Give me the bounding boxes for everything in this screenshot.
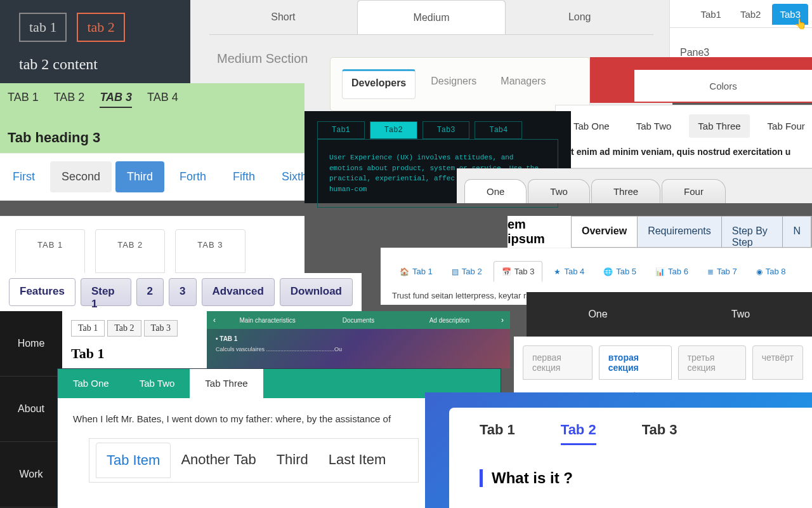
tab-advanced[interactable]: Advanced xyxy=(202,278,275,306)
tab-four[interactable]: Tab Four xyxy=(759,114,812,138)
tab-three[interactable]: Three xyxy=(591,179,660,203)
tab-4[interactable]: Tab4 xyxy=(475,121,522,139)
tab-7[interactable]: ≣Tab 7 xyxy=(700,261,745,282)
tab-2[interactable]: Tab 2 xyxy=(561,422,596,445)
tab-section4[interactable]: четвёрт xyxy=(752,345,803,380)
tab-2[interactable]: TAB 2 xyxy=(54,91,85,108)
tab-3[interactable]: 📅Tab 3 xyxy=(494,261,543,282)
tab-managers[interactable]: Managers xyxy=(492,69,554,99)
arrow-right-icon[interactable]: › xyxy=(495,316,510,324)
tab-one[interactable]: One xyxy=(527,292,669,337)
tab-overview[interactable]: Overview xyxy=(572,217,638,247)
tab-ad[interactable]: Ad description xyxy=(404,317,495,324)
tab-stepbystep[interactable]: Step By Step xyxy=(722,217,783,247)
sidebar-item-about[interactable]: About xyxy=(0,377,62,442)
star-icon: ★ xyxy=(554,267,561,276)
tab-favorites[interactable]: Favor... xyxy=(774,83,806,93)
tab-row: Tab 1 Tab 2 Tab 3 xyxy=(480,422,794,445)
tab-heading: Tab 1 xyxy=(71,345,198,362)
tab-long[interactable]: Long xyxy=(506,0,653,34)
tab-four[interactable]: Four xyxy=(662,179,726,203)
tab-2[interactable]: Tab2 xyxy=(733,4,769,25)
tab-heading: Tab heading 3 xyxy=(8,130,297,146)
tab-1[interactable]: 🏠Tab 1 xyxy=(392,261,440,282)
tab-features[interactable]: Features xyxy=(9,278,75,306)
tab-3[interactable]: Tab 3 xyxy=(642,422,678,445)
tab-fifth[interactable]: Fifth xyxy=(221,161,266,192)
tab-2[interactable]: TAB 2 xyxy=(95,229,165,273)
tab-last[interactable]: Last Item xyxy=(318,443,396,478)
tab-download[interactable]: Download xyxy=(280,278,353,306)
tab-row: 🏠Tab 1 ▤Tab 2 📅Tab 3 ★Tab 4 🌐Tab 5 📊Tab … xyxy=(392,261,801,282)
tab-3[interactable]: Tab 3 xyxy=(144,320,178,337)
panel-gradient-tabs: ‹ Main characteristics Documents Ad desc… xyxy=(207,311,510,368)
tab-short[interactable]: Short xyxy=(209,0,357,34)
tab-three[interactable]: Tab Three xyxy=(689,114,749,138)
tab-developers[interactable]: Developers xyxy=(342,69,416,99)
panel-ordinal-pills: First Second Third Forth Fifth Sixth xyxy=(0,153,304,201)
cursor-icon: 👆 xyxy=(794,18,807,30)
tab-3[interactable]: Tab3👆 xyxy=(772,4,808,25)
home-icon: 🏠 xyxy=(400,267,409,276)
tab-documents[interactable]: Documents xyxy=(313,317,403,324)
tab-forth[interactable]: Forth xyxy=(168,161,218,192)
tab-step2[interactable]: 2 xyxy=(136,278,164,306)
tab-step3[interactable]: 3 xyxy=(169,278,196,306)
tab-one[interactable]: Tab One xyxy=(565,114,619,138)
tab-one[interactable]: One xyxy=(464,179,527,203)
panel-dark-one-two: One Two xyxy=(527,292,812,337)
tab-third[interactable]: Third xyxy=(266,443,318,478)
tab-n[interactable]: N xyxy=(783,217,811,247)
tab-1[interactable]: TAB 1 xyxy=(8,91,39,108)
tab-another[interactable]: Another Tab xyxy=(171,443,266,478)
tab-1[interactable]: Tab 1 xyxy=(71,320,105,337)
tab-2[interactable]: tab 2 xyxy=(77,13,124,42)
tab-3[interactable]: TAB 3 xyxy=(100,91,132,108)
tab-row: Short Medium Long xyxy=(209,0,653,35)
tab-1[interactable]: Tab1 xyxy=(693,4,729,25)
tab-2[interactable]: Tab 2 xyxy=(107,320,141,337)
sidebar-item-work[interactable]: Work xyxy=(0,442,62,507)
tab-section3[interactable]: третья секция xyxy=(678,345,746,380)
tab-8[interactable]: ◉Tab 8 xyxy=(749,261,794,282)
tab-two[interactable]: Two xyxy=(528,179,590,203)
tab-third[interactable]: Third xyxy=(115,161,164,192)
tab-section1[interactable]: первая секция xyxy=(523,345,593,380)
tab-step1[interactable]: Step 1 xyxy=(81,278,131,306)
tab-two[interactable]: Two xyxy=(669,292,812,337)
tab-1[interactable]: Tab 1 xyxy=(480,422,515,445)
chart-icon: 📊 xyxy=(655,267,665,276)
tab-two[interactable]: Tab Two xyxy=(124,369,190,398)
tab-1[interactable]: TAB 1 xyxy=(15,229,85,273)
tab-three[interactable]: Tab Three xyxy=(190,369,263,398)
tab-first[interactable]: First xyxy=(1,161,46,192)
tab-row: Tab1 Tab2 Tab3 Tab4 xyxy=(317,121,558,139)
tab-row: TAB 1 TAB 2 TAB 3 TAB 4 xyxy=(8,91,297,108)
tab-2[interactable]: ▤Tab 2 xyxy=(444,261,490,282)
tab-medium[interactable]: Medium xyxy=(357,0,506,34)
tab-designers[interactable]: Designers xyxy=(422,69,485,99)
sidebar-item-home[interactable]: Home xyxy=(0,311,62,377)
tab-5[interactable]: 🌐Tab 5 xyxy=(596,261,644,282)
tab-label: Tab 1 xyxy=(412,267,433,276)
tab-item[interactable]: Tab Item xyxy=(96,443,171,478)
tab-row: tab 1 tab 2 xyxy=(19,13,171,42)
tab-3[interactable]: Tab3 xyxy=(422,121,470,139)
panel-blue-card: Tab 1 Tab 2 Tab 3 What is it ? xyxy=(425,392,812,508)
tab-1[interactable]: tab 1 xyxy=(19,13,67,42)
tab-1[interactable]: Tab1 xyxy=(317,121,365,139)
tab-4[interactable]: TAB 4 xyxy=(147,91,178,108)
tab-two[interactable]: Tab Two xyxy=(627,114,681,138)
panel-outline-tabs: TAB 1 TAB 2 TAB 3 xyxy=(0,216,304,273)
tab-2[interactable]: Tab2 xyxy=(370,121,417,139)
tab-3[interactable]: TAB 3 xyxy=(175,229,245,273)
tab-4[interactable]: ★Tab 4 xyxy=(546,261,592,282)
tab-requirements[interactable]: Requirements xyxy=(638,217,722,247)
tab-main[interactable]: Main characteristics xyxy=(222,317,313,324)
arrow-left-icon[interactable]: ‹ xyxy=(207,316,222,324)
tab-section2[interactable]: вторая секция xyxy=(599,345,672,380)
sub-text: Calculs vasculaires ....................… xyxy=(207,344,510,352)
tab-6[interactable]: 📊Tab 6 xyxy=(648,261,696,282)
tab-one[interactable]: Tab One xyxy=(58,369,124,398)
tab-second[interactable]: Second xyxy=(50,161,112,192)
